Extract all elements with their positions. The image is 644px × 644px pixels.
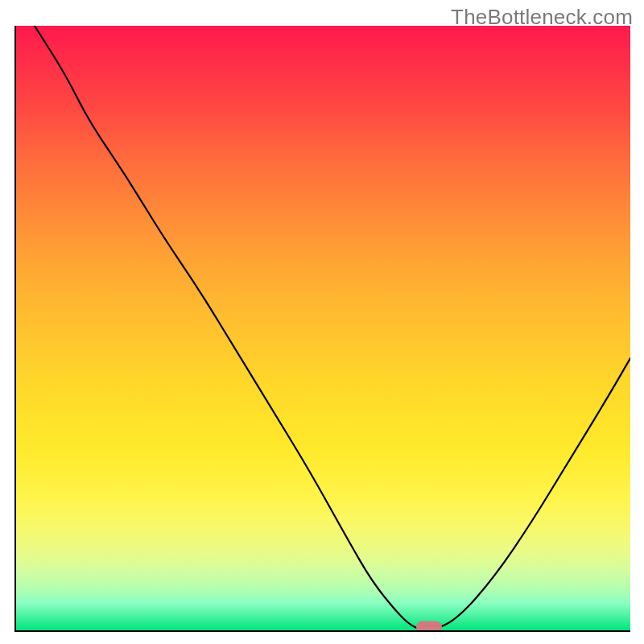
chart-container: TheBottleneck.com <box>0 0 644 644</box>
gradient-background <box>16 26 630 630</box>
plot-area <box>14 26 630 632</box>
optimal-point-marker <box>416 621 442 633</box>
